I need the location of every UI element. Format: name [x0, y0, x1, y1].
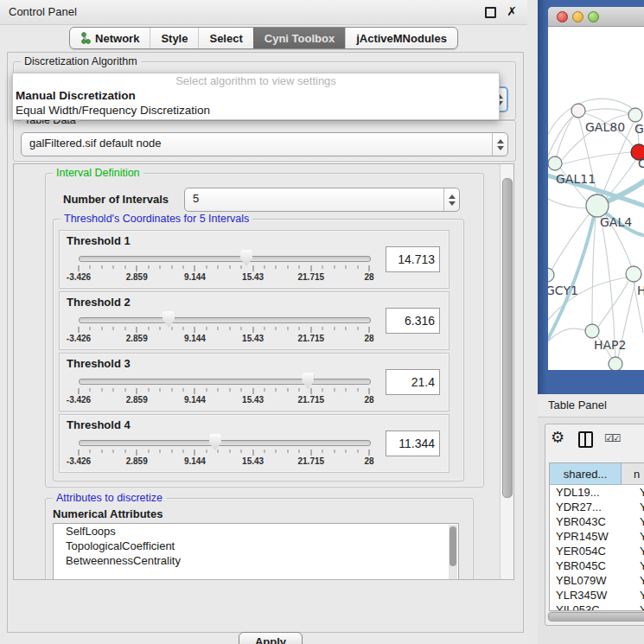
table-row[interactable]: YIL053CYIL0 [550, 603, 644, 611]
combo-stepper-icon[interactable] [443, 188, 459, 211]
threshold-slider-track[interactable] [79, 379, 371, 385]
network-node-gcy1[interactable] [548, 268, 554, 282]
cell-name[interactable]: YDL1 [628, 485, 644, 500]
threshold-value-field[interactable]: 21.4 [386, 369, 440, 395]
tab-style[interactable]: Style [150, 28, 198, 48]
list-item[interactable]: BetweennessCentrality [54, 553, 458, 568]
node-label: GA [634, 122, 644, 136]
cell-name[interactable]: YLR3 [628, 588, 644, 603]
tab-jactivemnodules[interactable]: jActiveMNodules [345, 28, 457, 48]
threshold-label: Threshold 3 [67, 357, 131, 370]
cell-name[interactable]: YBR0 [628, 558, 644, 573]
cell-name[interactable]: YBL0 [628, 573, 644, 588]
slider-tick-label: 28 [364, 272, 373, 282]
number-of-intervals-value: 5 [193, 192, 199, 205]
combo-stepper-icon[interactable] [492, 133, 507, 156]
tab-network[interactable]: Network [70, 28, 150, 48]
table-row[interactable]: YBR043CYBR0 [550, 514, 644, 529]
column-header-name[interactable]: n [622, 463, 644, 485]
slider-tick-label: 9.144 [184, 334, 206, 343]
mac-minimize-icon[interactable] [572, 11, 583, 22]
table-row[interactable]: YBL079WYBL0 [550, 573, 644, 588]
dropdown-option-manual-discretization[interactable]: Manual Discretization [13, 88, 499, 103]
cell-shared-name[interactable]: YDL19... [550, 485, 628, 500]
number-of-intervals-combo[interactable]: 5 [184, 188, 460, 212]
network-canvas[interactable]: GAL80 GA C GAL11 GAL4 GCY1 H HAP2 [548, 26, 644, 370]
dropdown-option-equal-width-frequency[interactable]: Equal Width/Frequency Discretization [13, 103, 499, 118]
cell-name[interactable]: YPR1 [628, 529, 644, 544]
mac-zoom-icon[interactable] [588, 11, 599, 22]
app-stage: Control Panel ✗ Network Style [0, 0, 644, 644]
threshold-slider-track[interactable] [79, 440, 371, 446]
close-icon[interactable]: ✗ [507, 4, 517, 18]
cell-shared-name[interactable]: YBR043C [550, 514, 628, 529]
table-scrollbar-thumb[interactable] [548, 612, 644, 622]
threshold-slider-thumb[interactable] [240, 250, 252, 266]
cell-name[interactable]: YDR2 [628, 500, 644, 514]
settings-vertical-scrollbar[interactable] [500, 164, 513, 579]
threshold-slider-thumb[interactable] [302, 373, 314, 389]
float-window-icon[interactable] [485, 7, 496, 18]
cell-name[interactable]: YIL0 [628, 603, 644, 611]
table-row[interactable]: YER054CYER0 [550, 544, 644, 558]
table-horizontal-scrollbar[interactable] [547, 611, 644, 621]
threshold-panel: Threshold 4 -3.4262.8599.14415.4321.7152… [59, 414, 450, 473]
network-window-frame: GAL80 GA C GAL11 GAL4 GCY1 H HAP2 [538, 0, 644, 394]
table-row[interactable]: YBR045CYBR0 [550, 558, 644, 573]
cell-shared-name[interactable]: YPR145W [550, 529, 628, 544]
cell-shared-name[interactable]: YIL053C [550, 603, 628, 611]
threshold-slider-thumb[interactable] [209, 434, 221, 450]
settings-scrollbar-thumb[interactable] [502, 178, 513, 498]
table-row[interactable]: YDR27...YDR2 [550, 500, 644, 514]
node-attribute-table: shared... n YDL19...YDL1YDR27...YDR2YBR0… [549, 462, 644, 611]
threshold-label: Threshold 2 [67, 296, 131, 309]
table-row[interactable]: YPR145WYPR1 [550, 529, 644, 544]
cell-shared-name[interactable]: YLR345W [550, 588, 628, 603]
threshold-value-field[interactable]: 11.344 [386, 430, 440, 456]
slider-tick-label: 2.859 [126, 334, 148, 343]
threshold-slider-track[interactable] [79, 317, 371, 323]
gear-icon[interactable]: ⚙ [551, 428, 564, 447]
network-window: GAL80 GA C GAL11 GAL4 GCY1 H HAP2 [548, 7, 644, 370]
threshold-value-field[interactable]: 6.316 [386, 308, 440, 334]
mac-close-icon[interactable] [557, 11, 568, 22]
table-row[interactable]: YDL19...YDL1 [550, 485, 644, 500]
cell-shared-name[interactable]: YDR27... [550, 500, 628, 514]
network-node-top-right[interactable] [628, 108, 642, 122]
list-item[interactable]: SelfLoops [54, 524, 458, 539]
network-window-titlebar[interactable] [548, 7, 644, 27]
slider-tick-label: 2.859 [126, 456, 148, 466]
checkboxes-icon[interactable]: ☑☑ [604, 432, 620, 444]
attributes-scrollbar[interactable] [449, 525, 457, 580]
table-data-combo[interactable]: galFiltered.sif default node [21, 132, 508, 156]
apply-button[interactable]: Apply [239, 632, 303, 644]
network-node-gal11[interactable] [548, 156, 562, 170]
cell-shared-name[interactable]: YBR045C [550, 558, 628, 573]
tab-select[interactable]: Select [198, 28, 252, 48]
slider-tick-label: 28 [364, 334, 373, 343]
network-node-hap2[interactable] [585, 324, 599, 338]
threshold-slider-thumb[interactable] [163, 311, 175, 328]
threshold-list: Threshold 1 -3.4262.8599.14415.4321.7152… [54, 230, 463, 473]
control-panel-title: Control Panel [9, 5, 77, 18]
cell-name[interactable]: YER0 [628, 544, 644, 558]
network-node-h[interactable] [626, 266, 641, 282]
cell-shared-name[interactable]: YER054C [550, 544, 628, 558]
tab-cyni-toolbox[interactable]: Cyni Toolbox [253, 28, 345, 48]
network-node-gal4[interactable] [586, 194, 609, 217]
cell-shared-name[interactable]: YBL079W [550, 573, 628, 588]
threshold-value-field[interactable]: 14.713 [386, 246, 440, 272]
slider-tick-label: 28 [364, 456, 373, 466]
network-node-bottom[interactable] [609, 357, 622, 370]
cell-name[interactable]: YBR0 [628, 514, 644, 529]
tab-style-label: Style [161, 32, 188, 45]
columns-icon[interactable] [578, 431, 593, 448]
table-row[interactable]: YLR345WYLR3 [550, 588, 644, 603]
thresholds-group-title: Threshold's Coordinates for 5 Intervals [61, 213, 252, 226]
attributes-scrollbar-thumb[interactable] [450, 526, 456, 566]
threshold-slider-track[interactable] [79, 256, 371, 262]
column-header-shared[interactable]: shared... [550, 463, 622, 485]
list-item[interactable]: TopologicalCoefficient [54, 539, 458, 553]
network-node-gal80[interactable] [571, 104, 585, 118]
tab-select-label: Select [209, 32, 242, 45]
